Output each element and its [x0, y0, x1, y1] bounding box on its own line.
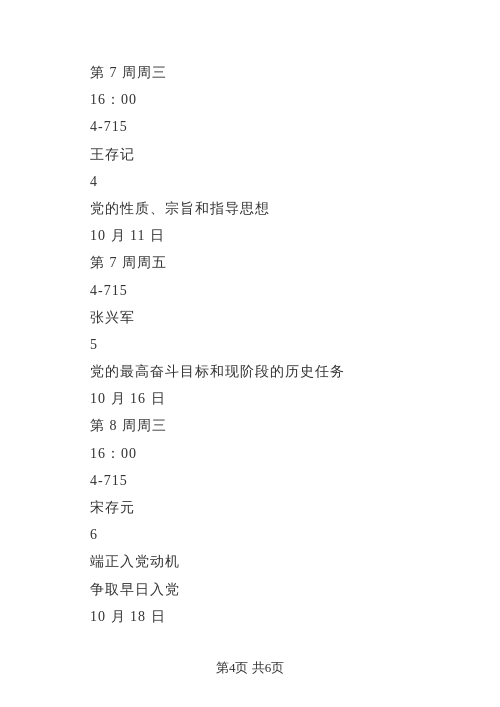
list-item: 10 月 16 日 [90, 386, 410, 411]
item-text: 党的性质、宗旨和指导思想 [90, 196, 410, 221]
list-item: 10 月 18 日 [90, 604, 410, 629]
item-text: 10 月 18 日 [90, 604, 410, 629]
list-item: 6 [90, 522, 410, 547]
list-item: 争取早日入党 [90, 577, 410, 602]
list-item: 张兴军 [90, 305, 410, 330]
footer-text: 第4页 共6页 [216, 660, 284, 675]
item-text: 16：00 [90, 87, 410, 112]
list-item: 4-715 [90, 468, 410, 493]
list-item: 第 7 周周三 [90, 60, 410, 85]
item-text: 争取早日入党 [90, 577, 410, 602]
list-item: 党的最高奋斗目标和现阶段的历史任务 [90, 359, 410, 384]
item-text: 4-715 [90, 114, 410, 139]
item-text: 4-715 [90, 278, 410, 303]
list-item: 党的性质、宗旨和指导思想 [90, 196, 410, 221]
item-text: 第 7 周周五 [90, 250, 410, 275]
list-item: 宋存元 [90, 495, 410, 520]
list-item: 16：00 [90, 441, 410, 466]
item-text: 4-715 [90, 468, 410, 493]
item-text: 王存记 [90, 142, 410, 167]
list-item: 16：00 [90, 87, 410, 112]
item-text: 4 [90, 169, 410, 194]
item-text: 10 月 11 日 [90, 223, 410, 248]
item-text: 10 月 16 日 [90, 386, 410, 411]
item-text: 端正入党动机 [90, 549, 410, 574]
list-item: 王存记 [90, 142, 410, 167]
list-item: 4-715 [90, 114, 410, 139]
list-item: 第 8 周周三 [90, 413, 410, 438]
list-item: 第 7 周周五 [90, 250, 410, 275]
item-text: 第 7 周周三 [90, 60, 410, 85]
item-text: 党的最高奋斗目标和现阶段的历史任务 [90, 359, 410, 384]
item-text: 6 [90, 522, 410, 547]
page-content: 第 7 周周三16：004-715王存记4党的性质、宗旨和指导思想10 月 11… [0, 0, 500, 691]
list-item: 4-715 [90, 278, 410, 303]
item-text: 张兴军 [90, 305, 410, 330]
list-item: 4 [90, 169, 410, 194]
item-text: 5 [90, 332, 410, 357]
list-item: 5 [90, 332, 410, 357]
item-text: 16：00 [90, 441, 410, 466]
item-text: 第 8 周周三 [90, 413, 410, 438]
page-footer: 第4页 共6页 [0, 659, 500, 677]
list-item: 10 月 11 日 [90, 223, 410, 248]
list-item: 端正入党动机 [90, 549, 410, 574]
item-text: 宋存元 [90, 495, 410, 520]
